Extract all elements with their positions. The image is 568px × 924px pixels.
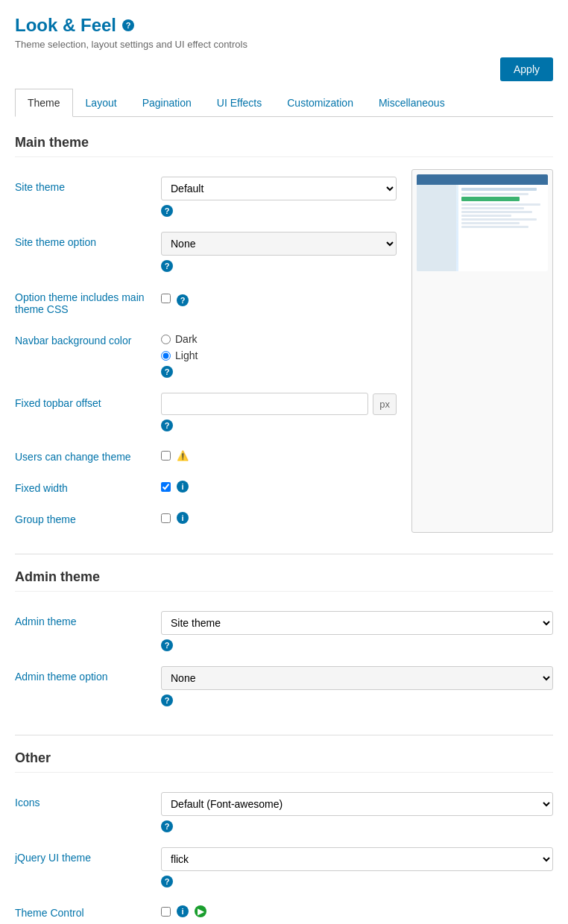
page-title-text: Look & Feel [15, 15, 116, 36]
main-theme-title: Main theme [15, 135, 553, 157]
site-theme-option-label: Site theme option [15, 232, 149, 248]
other-section: Other Icons Default (Font-awesome) Custo… [15, 750, 553, 924]
theme-control-control: i ▶ [161, 902, 553, 917]
option-theme-includes-checkbox[interactable] [161, 294, 171, 303]
fixed-topbar-control: px ? [161, 393, 397, 431]
px-label: px [373, 393, 397, 415]
users-can-change-theme-control: ⚠️ [161, 446, 397, 461]
fixed-width-row: Fixed width i [15, 470, 397, 501]
fixed-width-label: Fixed width [15, 478, 149, 494]
tab-miscellaneous[interactable]: Miscellaneous [366, 89, 458, 116]
tab-theme[interactable]: Theme [15, 89, 73, 117]
page-title: Look & Feel ? [15, 15, 553, 36]
jquery-ui-theme-control: flick default smoothness redmond ? [161, 847, 553, 887]
jquery-ui-theme-row: jQuery UI theme flick default smoothness… [15, 840, 553, 895]
option-theme-includes-help-icon[interactable]: ? [177, 294, 189, 306]
top-apply-button[interactable]: Apply [500, 57, 553, 81]
admin-theme-section: Admin theme Admin theme Site theme Defau… [15, 569, 553, 714]
admin-theme-option-row: Admin theme option None Option 1 ? [15, 659, 553, 714]
jquery-ui-theme-help-icon[interactable]: ? [161, 876, 173, 887]
admin-theme-option-label: Admin theme option [15, 666, 149, 683]
page-subtitle: Theme selection, layout settings and UI … [15, 39, 553, 50]
group-theme-checkbox[interactable] [161, 513, 171, 523]
jquery-ui-theme-label: jQuery UI theme [15, 847, 149, 864]
other-title: Other [15, 750, 553, 773]
navbar-bg-help-icon[interactable]: ? [161, 366, 173, 378]
theme-control-checkbox[interactable] [161, 907, 171, 917]
icons-row: Icons Default (Font-awesome) Custom None… [15, 785, 553, 840]
option-theme-includes-row: Option theme includes main theme CSS ? [15, 279, 397, 323]
navbar-bg-color-control: Dark Light ? [161, 330, 397, 378]
theme-preview-box [411, 169, 553, 533]
main-theme-fields: Site theme Default Boost Classic ? Site … [15, 169, 397, 533]
theme-control-row: Theme Control i ▶ [15, 895, 553, 924]
navbar-light-label: Light [175, 349, 198, 361]
site-theme-select[interactable]: Default Boost Classic [161, 177, 397, 200]
site-theme-help-icon[interactable]: ? [161, 205, 173, 217]
tabs-container: Theme Layout Pagination UI Effects Custo… [15, 89, 553, 117]
admin-theme-option-control: None Option 1 ? [161, 666, 553, 706]
navbar-light-radio[interactable] [161, 351, 171, 361]
option-theme-includes-label: Option theme includes main theme CSS [15, 287, 149, 315]
admin-theme-option-help-icon[interactable]: ? [161, 694, 173, 706]
admin-theme-option-select[interactable]: None Option 1 [161, 666, 553, 690]
navbar-dark-radio-item[interactable]: Dark [161, 333, 397, 345]
warn-icon: ⚠️ [177, 449, 189, 461]
site-theme-control: Default Boost Classic ? [161, 177, 397, 217]
icons-control: Default (Font-awesome) Custom None ? [161, 792, 553, 832]
main-theme-section: Main theme Site theme Default Boost Clas… [15, 135, 553, 533]
theme-control-label: Theme Control [15, 902, 149, 919]
users-can-change-theme-checkbox[interactable] [161, 451, 171, 461]
fixed-width-checkbox[interactable] [161, 482, 171, 492]
tab-layout[interactable]: Layout [73, 89, 130, 116]
admin-theme-title: Admin theme [15, 569, 553, 592]
fixed-topbar-input[interactable] [161, 393, 368, 415]
top-apply-row: Apply [15, 57, 553, 81]
icons-help-icon[interactable]: ? [161, 820, 173, 832]
tab-ui-effects[interactable]: UI Effects [204, 89, 274, 116]
admin-theme-row: Admin theme Site theme Default Boost ? [15, 604, 553, 659]
group-theme-row: Group theme i [15, 501, 397, 533]
page-help-icon[interactable]: ? [122, 19, 134, 31]
users-can-change-theme-label: Users can change theme [15, 446, 149, 463]
fixed-topbar-help-icon[interactable]: ? [161, 420, 173, 431]
theme-control-forward-icon[interactable]: ▶ [195, 905, 206, 917]
site-theme-preview-wrapper: Site theme Default Boost Classic ? Site … [15, 169, 553, 533]
navbar-bg-color-row: Navbar background color Dark Light [15, 323, 397, 385]
navbar-dark-label: Dark [175, 333, 198, 345]
admin-theme-control: Site theme Default Boost ? [161, 611, 553, 651]
jquery-ui-theme-select[interactable]: flick default smoothness redmond [161, 847, 553, 871]
site-theme-option-select[interactable]: None Option 1 [161, 232, 397, 256]
site-theme-option-control: None Option 1 ? [161, 232, 397, 272]
theme-control-info-icon[interactable]: i [177, 905, 189, 917]
site-theme-label: Site theme [15, 177, 149, 193]
admin-theme-label: Admin theme [15, 611, 149, 627]
theme-preview-image [417, 174, 548, 271]
users-can-change-theme-row: Users can change theme ⚠️ [15, 439, 397, 470]
site-theme-row: Site theme Default Boost Classic ? [15, 169, 397, 224]
fixed-topbar-row: Fixed topbar offset px ? [15, 385, 397, 439]
admin-theme-help-icon[interactable]: ? [161, 639, 173, 651]
site-theme-option-row: Site theme option None Option 1 ? [15, 224, 397, 279]
group-theme-label: Group theme [15, 509, 149, 525]
admin-theme-select[interactable]: Site theme Default Boost [161, 611, 553, 635]
site-theme-option-help-icon[interactable]: ? [161, 260, 173, 272]
page-header: Look & Feel ? Theme selection, layout se… [15, 15, 553, 50]
tab-customization[interactable]: Customization [274, 89, 366, 116]
preview-topbar [417, 174, 548, 185]
preview-content [458, 185, 548, 271]
icons-label: Icons [15, 792, 149, 808]
group-theme-control: i [161, 509, 397, 524]
navbar-bg-color-label: Navbar background color [15, 330, 149, 346]
fixed-width-info-icon[interactable]: i [177, 481, 189, 493]
fixed-topbar-label: Fixed topbar offset [15, 393, 149, 409]
preview-sidebar [417, 185, 456, 271]
navbar-dark-radio[interactable] [161, 335, 171, 344]
icons-select[interactable]: Default (Font-awesome) Custom None [161, 792, 553, 816]
fixed-width-control: i [161, 478, 397, 493]
tab-pagination[interactable]: Pagination [130, 89, 204, 116]
navbar-light-radio-item[interactable]: Light [161, 349, 397, 361]
option-theme-includes-control: ? [161, 287, 397, 306]
group-theme-info-icon[interactable]: i [177, 512, 189, 524]
